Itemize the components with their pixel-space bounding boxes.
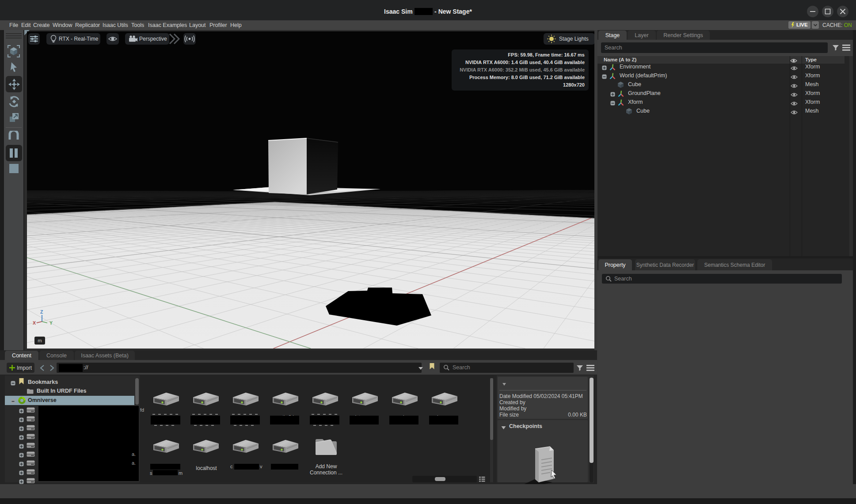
svg-text:X: X — [33, 320, 36, 326]
svg-text:Z: Z — [40, 310, 43, 315]
svg-text:Y: Y — [49, 320, 53, 326]
